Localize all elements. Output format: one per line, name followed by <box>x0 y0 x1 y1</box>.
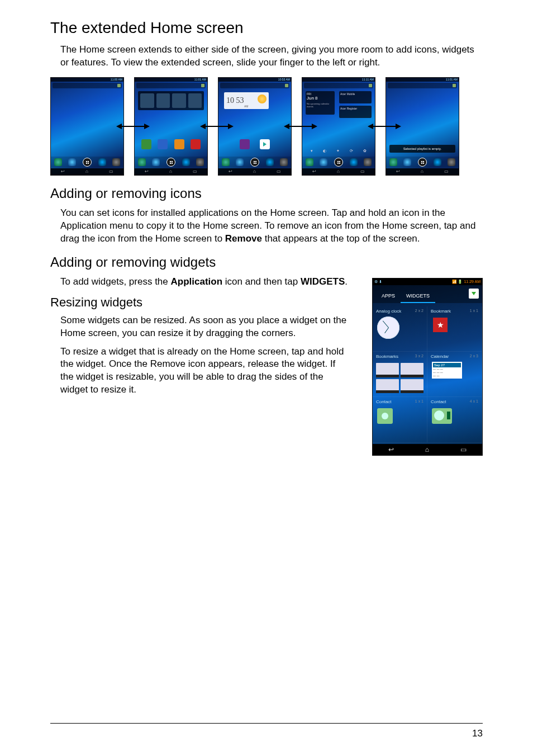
para-resizing-1: Some widgets can be resized. As soon as … <box>60 314 351 340</box>
widget-panel <box>138 91 204 110</box>
widget-analog-clock[interactable]: Analog clock2 x 2 <box>373 306 427 352</box>
settings-icon: ✿ <box>363 149 367 153</box>
calendar-sub: No upcoming calendar events <box>307 102 334 108</box>
gallery-icon <box>240 139 250 149</box>
tab-widgets[interactable]: WIDGETS <box>401 290 435 303</box>
status-bar: ⚙ ⬇ 📶 🔋 11:29 AM <box>373 278 482 285</box>
playlist-empty-msg: Selected playlist is empty. <box>389 145 455 153</box>
status-left-icons: ⚙ ⬇ <box>374 280 382 284</box>
app-row <box>222 139 288 153</box>
bookmark-icon <box>433 318 448 332</box>
status-bar: 10:53 AM <box>218 78 291 82</box>
browser-icon <box>98 158 106 166</box>
back-icon: ↩ <box>145 169 149 174</box>
contacts-icon <box>141 139 151 149</box>
books-icon <box>158 139 168 149</box>
widget-bookmark[interactable]: Bookmark1 x 1 <box>427 306 482 352</box>
messages-icon <box>236 158 244 166</box>
nav-bar: ↩⌂▭ <box>135 168 207 175</box>
widget-size: 2 x 2 <box>415 309 423 314</box>
shortcut-icon <box>172 93 186 108</box>
sync-icon: ⟳ <box>350 149 353 153</box>
brightness-icon: ◐ <box>323 149 326 153</box>
mic-icon <box>285 84 288 87</box>
widget-contact-2[interactable]: Contact4 x 1 <box>427 397 482 442</box>
widget-calendar[interactable]: Calendar2 x 3 Sep 27 — — —— — —— — <box>427 352 482 397</box>
widget-size: 2 x 3 <box>470 354 478 359</box>
mic-icon <box>201 84 204 87</box>
clock-time: 10 53 <box>224 96 246 105</box>
messages-icon <box>403 158 411 166</box>
recent-icon: ▭ <box>444 169 449 174</box>
home-icon: ⌂ <box>421 169 423 174</box>
widgets-screenshot: ⚙ ⬇ 📶 🔋 11:29 AM APPS WIDGETS Analog clo… <box>372 278 483 456</box>
gps-icon: ✦ <box>336 149 340 153</box>
status-bar: 11:01 AM <box>135 78 207 82</box>
toggle-row: ▾ ◐ ✦ ⟳ ✿ <box>306 147 372 155</box>
messages-icon <box>320 158 327 166</box>
phone-icon <box>306 158 313 166</box>
camera-icon <box>448 158 455 166</box>
tab-apps[interactable]: APPS <box>376 290 401 303</box>
browser-icon <box>266 158 274 166</box>
widget-label: Bookmarks <box>376 354 398 359</box>
contact-icon <box>432 408 452 424</box>
camera-icon <box>280 158 288 166</box>
arrow-icon <box>116 124 150 129</box>
home-icon: ⌂ <box>85 169 88 174</box>
battery-icon: 🔋 <box>458 280 463 284</box>
home-icon: ⌂ <box>253 169 256 174</box>
para-extended-home: The Home screen extends to either side o… <box>60 44 483 69</box>
acer-register-label: Acer Register <box>339 106 372 111</box>
widget-size: 1 x 1 <box>415 399 423 404</box>
browser-icon <box>182 158 190 166</box>
para-adding-widgets: To add widgets, press the Application ic… <box>60 276 351 289</box>
widget-label: Bookmark <box>431 309 451 314</box>
widget-contact-1[interactable]: Contact1 x 1 <box>373 397 427 442</box>
apps-icon <box>418 158 427 167</box>
widgets-bold: WIDGETS <box>301 276 345 287</box>
back-icon: ↩ <box>312 169 316 174</box>
status-bar: 11:00 AM <box>51 78 123 82</box>
apps-icon <box>250 158 259 167</box>
home-icon: ⌂ <box>337 169 340 174</box>
widget-size: 1 x 1 <box>470 309 478 314</box>
nav-bar: ↩⌂▭ <box>218 168 291 175</box>
apps-icon <box>166 158 175 167</box>
search-bar <box>136 83 206 88</box>
widget-label: Contact <box>376 399 392 404</box>
text: icon and then tap <box>222 276 301 287</box>
play-store-icon <box>260 139 270 149</box>
messages-icon <box>68 158 76 166</box>
page-number: 13 <box>472 728 483 739</box>
mic-icon <box>453 84 456 87</box>
dock <box>386 157 459 168</box>
clock-ampm: AM <box>244 105 249 108</box>
bookmarks-preview <box>376 363 423 393</box>
heading-adding-icons: Adding or removing icons <box>50 186 483 201</box>
arrow-icon <box>200 124 234 129</box>
recent-icon: ▭ <box>277 169 281 174</box>
widget-bookmarks[interactable]: Bookmarks3 x 2 <box>373 352 427 397</box>
back-icon: ↩ <box>61 169 65 174</box>
mic-icon <box>369 84 372 87</box>
recent-icon: ▭ <box>360 169 365 174</box>
heading-adding-widgets: Adding or removing widgets <box>50 254 483 270</box>
recent-icon: ▭ <box>193 169 197 174</box>
widget-label: Calendar <box>431 354 449 359</box>
camera-icon <box>364 158 372 166</box>
widget-size: 3 x 2 <box>415 354 423 359</box>
app-row <box>138 139 204 153</box>
para-resizing-2: To resize a widget that is already on th… <box>60 346 351 397</box>
back-icon[interactable]: ↩ <box>388 446 394 453</box>
back-icon: ↩ <box>396 169 400 174</box>
recent-icon[interactable]: ▭ <box>460 446 467 453</box>
dock <box>302 157 375 168</box>
nav-bar: ↩ ⌂ ▭ <box>373 444 482 455</box>
signal-icon: 📶 <box>452 280 457 284</box>
youtube-icon <box>191 139 201 149</box>
text: To add widgets, press the <box>60 276 171 287</box>
dock <box>51 157 123 168</box>
play-store-icon[interactable] <box>469 289 479 299</box>
home-icon[interactable]: ⌂ <box>425 446 429 453</box>
